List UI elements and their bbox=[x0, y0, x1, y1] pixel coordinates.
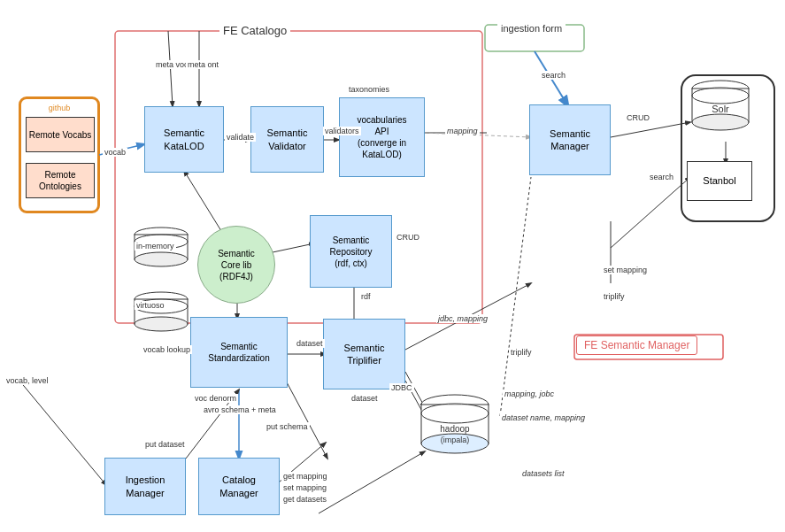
fe-catalogo-label: FE Catalogo bbox=[219, 24, 290, 37]
svg-text:Solr: Solr bbox=[712, 104, 729, 114]
semantic-repository-box[interactable]: Semantic Repository (rdf, ctx) bbox=[310, 215, 392, 288]
svg-point-34 bbox=[135, 252, 188, 266]
taxonomies-label: taxonomies bbox=[347, 85, 391, 94]
hadoop-db: hadoop (impala) bbox=[418, 394, 493, 460]
mapping-label: mapping bbox=[445, 127, 480, 135]
vocab-lookup-label: vocab lookup bbox=[142, 345, 192, 354]
remote-ontologies-box: Remote Ontologies bbox=[26, 163, 95, 198]
remote-vocabs-box: Remote Vocabs bbox=[26, 117, 95, 152]
svg-line-25 bbox=[286, 381, 327, 459]
meta-voc-label: meta voc bbox=[154, 60, 190, 69]
svg-point-43 bbox=[421, 404, 489, 423]
svg-line-13 bbox=[611, 122, 690, 137]
semantic-manager-box[interactable]: Semantic Manager bbox=[529, 104, 611, 175]
vocab-label: vocab bbox=[103, 148, 127, 157]
dataset-std-label: dataset bbox=[295, 339, 325, 348]
jdbc-mapping-label: jdbc, mapping bbox=[436, 314, 489, 323]
search-top-label: search bbox=[540, 71, 567, 80]
voc-denorm-label: voc denorm bbox=[193, 394, 238, 403]
stanbol-box: Stanbol bbox=[687, 161, 752, 201]
catalog-manager-box[interactable]: Catalog Manager bbox=[198, 458, 280, 515]
put-schema-label: put schema bbox=[265, 422, 310, 431]
set-mapping-label: set mapping bbox=[602, 266, 649, 274]
ingestion-form-label: ingestion form bbox=[497, 23, 566, 34]
mapping-jdbc-label: mapping, jobc bbox=[503, 389, 556, 398]
semantic-core-lib-circle[interactable]: Semantic Core lib (RDF4J) bbox=[197, 226, 275, 304]
put-dataset-label: put dataset bbox=[143, 440, 187, 449]
svg-line-29 bbox=[500, 177, 531, 416]
crud-right-label: CRUD bbox=[625, 113, 651, 122]
github-container: github Remote Vocabs Remote Ontologies bbox=[19, 97, 99, 212]
svg-point-49 bbox=[692, 88, 749, 104]
validate-label: validate bbox=[225, 133, 256, 142]
svg-point-38 bbox=[135, 317, 188, 331]
validators-label: validators bbox=[323, 127, 361, 135]
semantic-katalod-box[interactable]: Semantic KataLOD bbox=[144, 106, 224, 173]
solr-db: Solr bbox=[689, 80, 752, 137]
dataset-name-label: dataset name, mapping bbox=[500, 413, 587, 422]
triplify-trip-label: triplify bbox=[509, 348, 534, 357]
svg-rect-0 bbox=[115, 31, 482, 323]
get-datasets-label: get datasets bbox=[281, 495, 328, 504]
svg-line-31 bbox=[611, 177, 690, 248]
vocab-level-label: vocab, level bbox=[4, 376, 50, 385]
svg-line-28 bbox=[319, 451, 425, 513]
triplify-sm-label: triplify bbox=[602, 292, 627, 301]
svg-text:(impala): (impala) bbox=[441, 436, 470, 444]
datasets-list-label: datasets list bbox=[520, 469, 566, 478]
crud-repo-label: CRUD bbox=[395, 233, 421, 242]
meta-ont-label: meta ont bbox=[186, 60, 220, 69]
in-memory-label: in-memory bbox=[135, 242, 176, 251]
fe-semantic-manager-label: FE Semantic Manager bbox=[576, 335, 697, 355]
vocabularies-api-box[interactable]: vocabularies API (converge in KataLOD) bbox=[339, 97, 425, 177]
jdbc-label: JDBC bbox=[389, 383, 414, 392]
svg-text:hadoop: hadoop bbox=[440, 424, 470, 434]
dataset-trip-label: dataset bbox=[350, 394, 380, 403]
search-solr-label: search bbox=[648, 173, 675, 181]
semantic-standardization-box[interactable]: Semantic Standardization bbox=[190, 317, 288, 388]
semantic-validator-box[interactable]: Semantic Validator bbox=[250, 106, 324, 173]
avro-schema-label: avro schema + meta bbox=[202, 405, 278, 414]
rdf-label: rdf bbox=[359, 292, 373, 301]
svg-point-48 bbox=[692, 114, 749, 130]
virtuoso-db bbox=[131, 290, 191, 335]
arrows-svg bbox=[0, 0, 785, 532]
set-mapping2-label: set mapping bbox=[281, 483, 328, 492]
semantic-triplifier-box[interactable]: Semantic Triplifier bbox=[323, 319, 405, 389]
get-mapping-label: get mapping bbox=[281, 472, 329, 481]
svg-line-30 bbox=[19, 381, 106, 485]
virtuoso-label: virtuoso bbox=[135, 301, 166, 310]
github-label: github bbox=[49, 104, 71, 112]
svg-line-16 bbox=[273, 243, 314, 252]
architecture-diagram: FE Catalogo ingestion form FE Semantic M… bbox=[0, 0, 785, 532]
ingestion-manager-box[interactable]: Ingestion Manager bbox=[104, 458, 186, 515]
